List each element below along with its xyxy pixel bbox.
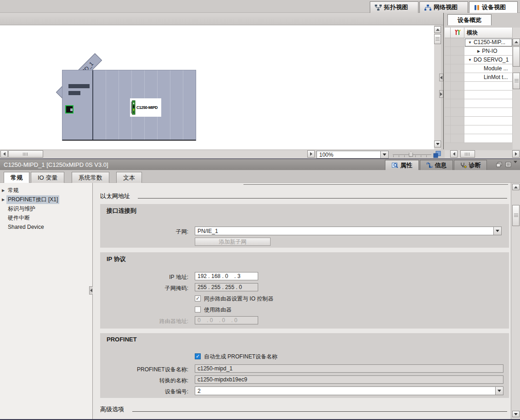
device-graphic-canvas[interactable]: C1250-MIPD_1 C1250-MIPD (0, 25, 434, 149)
ip-address-field[interactable] (195, 272, 258, 280)
table-row-empty (445, 117, 513, 125)
tab-label: 网络视图 (434, 3, 458, 11)
add-subnet-button[interactable]: 添加新子网 (195, 238, 271, 246)
tab-diagnostics[interactable]: 诊断 (454, 160, 487, 170)
device-number-dropdown[interactable]: 2 (195, 386, 503, 395)
expand-icon[interactable]: ▶ (0, 188, 6, 193)
chevron-down-icon[interactable] (380, 151, 388, 158)
scroll-thumb[interactable] (434, 34, 441, 44)
collapse-right-handle[interactable] (439, 90, 443, 98)
canvas-hscrollbar[interactable] (0, 150, 315, 158)
diagnostics-icon (460, 162, 467, 168)
collapse-icon[interactable]: ▼ (468, 58, 472, 62)
scroll-up-button[interactable] (513, 39, 520, 45)
tab-texts[interactable]: 文本 (116, 172, 142, 183)
tab-label: 拓扑视图 (384, 3, 408, 11)
tia-portal-device-view: 拓扑视图 网络视图 设备视图 C1250-MIPD_1 [C1250xMIPD … (0, 0, 520, 420)
use-router-checkbox[interactable] (195, 306, 201, 312)
device-overview-table: 模块 ▼C1250-MIP... ▶PN-IO ▼DO SERVO_1 Modu… (445, 28, 513, 143)
view-tabs-bar: 拓扑视图 网络视图 设备视图 (0, 0, 520, 13)
sync-router-checkbox[interactable]: ✓ (195, 295, 201, 301)
subnet-dropdown[interactable]: PN/IE_1 (195, 227, 502, 235)
table-row[interactable]: Module ... (445, 64, 513, 73)
table-row-empty (445, 99, 513, 108)
tab-io-tags[interactable]: IO 变量 (31, 172, 64, 183)
content-vscrollbar[interactable] (511, 183, 520, 420)
menu-window-icon[interactable] (505, 162, 511, 167)
nav-item-shared-device[interactable]: Shared Device (0, 223, 92, 231)
scroll-up-button[interactable] (512, 184, 520, 190)
chevron-down-icon[interactable] (495, 387, 503, 395)
scrollbar-splitter-grip[interactable] (513, 73, 520, 89)
scroll-right-button[interactable] (307, 150, 315, 158)
scroll-thumb[interactable] (460, 150, 475, 158)
scroll-left-button[interactable] (450, 150, 458, 158)
device-rack[interactable]: C1250-MIPD (62, 70, 196, 141)
ethernet-section-title: 以太网地址 (100, 192, 130, 200)
table-header-row: 模块 (445, 28, 513, 38)
collapse-left-handle[interactable] (439, 74, 443, 81)
tab-topology-view[interactable]: 拓扑视图 (370, 1, 418, 13)
subnet-mask-label: 子网掩码: (100, 284, 191, 292)
device-overview-tab[interactable]: 设备概览 (447, 14, 492, 25)
scroll-up-button[interactable] (434, 26, 441, 33)
tab-general[interactable]: 常规 (4, 172, 29, 183)
subnet-label: 子网: (100, 228, 191, 236)
plugged-module[interactable]: C1250-MIPD (130, 98, 161, 117)
auto-generate-name-label: 自动生成 PROFINET设备名称 (204, 353, 277, 361)
fit-to-view-button[interactable] (433, 151, 441, 158)
table-row[interactable]: LinMot t... (445, 73, 513, 82)
canvas-vscrollbar[interactable] (434, 25, 441, 149)
inspector-title: C1250-MIPD_1 [C1250xMIPD 0S V3.0] (4, 161, 108, 168)
topology-view-icon (375, 5, 382, 11)
tab-network-view[interactable]: 网络视图 (419, 1, 468, 13)
scroll-down-button[interactable] (512, 411, 520, 417)
overview-hscrollbar[interactable] (445, 150, 520, 158)
module-wrench-icon (451, 28, 464, 38)
scroll-thumb[interactable] (8, 150, 43, 158)
advanced-section-title: 高级选项 (100, 405, 124, 414)
expand-icon[interactable]: ▶ (0, 198, 6, 202)
tab-system-constants[interactable]: 系统常数 (72, 172, 109, 183)
converted-name-label: 转换的名称: (100, 377, 191, 385)
overview-vscrollbar[interactable] (513, 28, 520, 149)
scroll-right-button[interactable] (512, 150, 520, 158)
tab-info[interactable]: 信息 (420, 160, 453, 170)
info-icon (426, 162, 433, 168)
expand-icon[interactable]: ▶ (477, 49, 480, 53)
table-row-empty (445, 82, 513, 91)
table-row[interactable]: ▶PN-IO (445, 47, 513, 56)
chevron-down-icon[interactable] (493, 227, 501, 235)
properties-content: 以太网地址 接口连接到 子网: PN/IE_1 添加新子网 IP 协议 IP 地… (93, 183, 511, 420)
tab-device-view[interactable]: 设备视图 (469, 1, 518, 13)
nav-item-profinet-interface[interactable]: ▶ PROFINET接口 [X1] (0, 195, 92, 204)
router-address-field[interactable] (195, 316, 258, 324)
tab-properties[interactable]: 属性 (385, 160, 419, 170)
profinet-name-label: PROFINET设备名称: (100, 366, 191, 374)
table-row[interactable]: ▼DO SERVO_1 (445, 56, 513, 64)
properties-icon (392, 162, 398, 168)
inspector-tabs-row: 常规 IO 变量 系统常数 文本 (0, 170, 520, 183)
nav-item-identification[interactable]: 标识与维护 (0, 204, 92, 213)
scroll-thumb[interactable] (513, 46, 520, 67)
module-label: C1250-MIPD (136, 105, 158, 110)
float-window-icon[interactable] (496, 162, 502, 167)
collapse-inspector-icon[interactable] (514, 163, 517, 170)
scroll-down-button[interactable] (434, 141, 441, 148)
subnet-mask-field[interactable] (195, 283, 258, 291)
module-column-header[interactable]: 模块 (464, 28, 513, 38)
profinet-port-icon[interactable] (65, 105, 73, 114)
collapse-icon[interactable]: ▼ (468, 40, 472, 45)
device-view-toolbar: C1250-MIPD_1 [C1250xMIPD 0 (0, 13, 520, 25)
table-row[interactable]: ▼C1250-MIP... (445, 38, 513, 47)
scroll-left-button[interactable] (0, 150, 8, 158)
profinet-device-name-field[interactable] (195, 364, 503, 373)
scroll-thumb[interactable] (512, 205, 520, 226)
converted-name-field[interactable] (195, 375, 503, 384)
nav-item-hardware-interrupts[interactable]: 硬件中断 (0, 214, 92, 222)
zoom-level-dropdown[interactable]: 100% (317, 151, 389, 159)
auto-generate-name-checkbox[interactable]: ✓ (195, 353, 201, 359)
interface-group: 接口连接到 子网: PN/IE_1 添加新子网 (100, 204, 509, 248)
group-title: IP 协议 (107, 255, 126, 263)
nav-item-general[interactable]: ▶ 常规 (0, 186, 92, 194)
